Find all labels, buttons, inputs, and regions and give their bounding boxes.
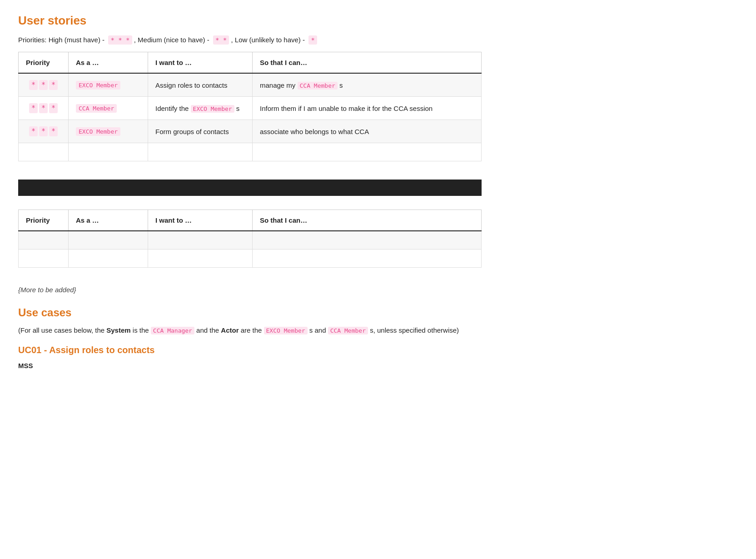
iwant-badge: EXCO Member — [191, 105, 234, 113]
star-2: * — [39, 103, 48, 113]
page-content: User stories Priorities: High (must have… — [0, 0, 500, 383]
use-cases-description: (For all use cases below, the System is … — [18, 326, 482, 334]
priority-stars: * * * — [26, 103, 61, 113]
priorities-medium-stars: * * — [213, 35, 229, 45]
role-badge-exco: EXCO Member — [76, 127, 120, 136]
col-header-priority: Priority — [19, 52, 69, 74]
sothat-cell: manage my CCA Member s — [253, 73, 482, 97]
desc-mid2: and the — [196, 326, 219, 334]
desc-mid1-text: is the — [133, 326, 149, 334]
col-header-asa: As a … — [69, 52, 148, 74]
user-stories-table-2: Priority As a … I want to … So that I ca… — [18, 210, 482, 268]
user-stories-table-1: Priority As a … I want to … So that I ca… — [18, 52, 482, 161]
desc-mid3: are the — [241, 326, 262, 334]
role-badge-exco: EXCO Member — [76, 81, 120, 90]
priorities-description: Priorities: High (must have) - * * * , M… — [18, 36, 482, 44]
star-2: * — [39, 126, 48, 136]
empty-iwant — [148, 231, 253, 249]
priorities-high-label: Priorities: High (must have) - — [18, 36, 104, 44]
star-3: * — [49, 103, 58, 113]
empty-iwant — [148, 249, 253, 267]
sothat-suffix: s — [339, 81, 343, 89]
priorities-low-label: , Low (unlikely to have) - — [231, 36, 305, 44]
star-1: * — [29, 126, 38, 136]
star-3: * — [49, 126, 58, 136]
empty-priority — [19, 231, 69, 249]
sothat-text: Inform them if I am unable to make it fo… — [260, 105, 433, 112]
sothat-cell: associate who belongs to what CCA — [253, 120, 482, 143]
system-badge: CCA Manager — [151, 327, 194, 334]
col-header-iwant: I want to … — [148, 52, 253, 74]
iwant-cell: Form groups of contacts — [148, 120, 253, 143]
empty-iwant — [148, 143, 253, 161]
priority-stars: * * * — [26, 126, 61, 136]
empty-priority — [19, 143, 69, 161]
col-header-iwant: I want to … — [148, 210, 253, 231]
actor-bold: Actor — [221, 326, 239, 334]
empty-sothat — [253, 249, 482, 267]
asa-cell: EXCO Member — [69, 73, 148, 97]
system-bold: System — [106, 326, 130, 334]
sothat-cell: Inform them if I am unable to make it fo… — [253, 97, 482, 120]
use-cases-title: Use cases — [18, 306, 482, 319]
star-3: * — [49, 80, 58, 90]
iwant-cell: Identify the EXCO Member s — [148, 97, 253, 120]
empty-asa — [69, 231, 148, 249]
col-header-priority: Priority — [19, 210, 69, 231]
mss-label: MSS — [18, 362, 482, 369]
priority-cell: * * * — [19, 120, 69, 143]
table-row-empty — [19, 143, 482, 161]
priority-cell: * * * — [19, 73, 69, 97]
priorities-high-stars: * * * — [108, 35, 132, 45]
asa-cell: EXCO Member — [69, 120, 148, 143]
star-1: * — [29, 80, 38, 90]
desc-prefix: (For all use cases below, the — [18, 326, 104, 334]
col-header-asa: As a … — [69, 210, 148, 231]
empty-priority — [19, 249, 69, 267]
sothat-badge: CCA Member — [298, 82, 338, 90]
empty-asa — [69, 249, 148, 267]
empty-sothat — [253, 231, 482, 249]
table-row-empty — [19, 231, 482, 249]
empty-asa — [69, 143, 148, 161]
actor-badge-1: EXCO Member — [264, 327, 308, 334]
col-header-sothat: So that I can… — [253, 210, 482, 231]
iwant-prefix: Identify the — [155, 105, 191, 112]
dark-divider — [18, 180, 482, 196]
role-badge-cca: CCA Member — [76, 104, 117, 113]
actor-badge-2: CCA Member — [328, 327, 368, 334]
table-row-empty — [19, 249, 482, 267]
priority-stars: * * * — [26, 80, 61, 90]
star-2: * — [39, 80, 48, 90]
priorities-low-stars: * — [308, 35, 317, 45]
page-title: User stories — [18, 14, 482, 28]
priority-cell: * * * — [19, 97, 69, 120]
table-header-row: Priority As a … I want to … So that I ca… — [19, 210, 482, 231]
star-1: * — [29, 103, 38, 113]
desc-mid4: s and — [309, 326, 326, 334]
iwant-cell: Assign roles to contacts — [148, 73, 253, 97]
col-header-sothat: So that I can… — [253, 52, 482, 74]
desc-suffix: s, unless specified otherwise) — [370, 326, 459, 334]
table-header-row: Priority As a … I want to … So that I ca… — [19, 52, 482, 74]
empty-sothat — [253, 143, 482, 161]
iwant-text: Form groups of contacts — [155, 128, 229, 135]
priorities-medium-label: , Medium (nice to have) - — [134, 36, 209, 44]
table-row: * * * EXCO Member Form groups of contact… — [19, 120, 482, 143]
sothat-prefix: manage my — [260, 81, 298, 89]
more-to-be-added: {More to be added} — [18, 286, 482, 294]
uc01-title: UC01 - Assign roles to contacts — [18, 345, 482, 355]
sothat-text: associate who belongs to what CCA — [260, 128, 369, 135]
iwant-suffix: s — [236, 105, 240, 112]
table-row: * * * EXCO Member Assign roles to contac… — [19, 73, 482, 97]
asa-cell: CCA Member — [69, 97, 148, 120]
iwant-text: Assign roles to contacts — [155, 81, 227, 89]
table-row: * * * CCA Member Identify the EXCO Membe… — [19, 97, 482, 120]
